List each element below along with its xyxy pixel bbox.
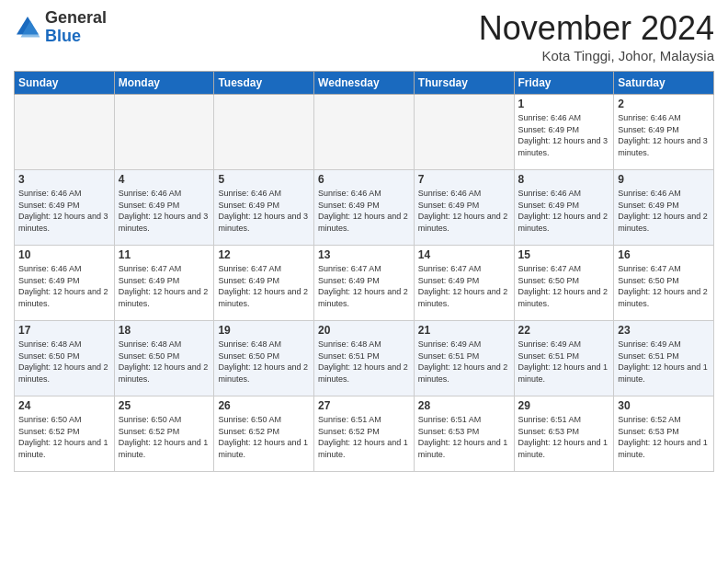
logo-blue: Blue bbox=[45, 27, 81, 45]
day-number: 20 bbox=[318, 324, 410, 337]
calendar-header-row: Sunday Monday Tuesday Wednesday Thursday… bbox=[15, 72, 714, 95]
day-number: 7 bbox=[418, 173, 510, 186]
day-number: 18 bbox=[119, 324, 210, 337]
day-number: 13 bbox=[318, 248, 410, 261]
day-number: 23 bbox=[618, 324, 710, 337]
day-info: Sunrise: 6:46 AMSunset: 6:49 PMDaylight:… bbox=[418, 188, 510, 234]
day-info: Sunrise: 6:51 AMSunset: 6:53 PMDaylight:… bbox=[518, 414, 610, 460]
day-info: Sunrise: 6:50 AMSunset: 6:52 PMDaylight:… bbox=[218, 414, 310, 460]
day-number: 16 bbox=[618, 248, 710, 261]
day-info: Sunrise: 6:46 AMSunset: 6:49 PMDaylight:… bbox=[18, 188, 110, 234]
calendar-cell: 2Sunrise: 6:46 AMSunset: 6:49 PMDaylight… bbox=[614, 95, 714, 170]
calendar-body: 1Sunrise: 6:46 AMSunset: 6:49 PMDaylight… bbox=[15, 95, 714, 472]
day-number: 22 bbox=[518, 324, 610, 337]
calendar-cell: 12Sunrise: 6:47 AMSunset: 6:49 PMDayligh… bbox=[214, 246, 314, 321]
month-title: November 2024 bbox=[479, 9, 714, 48]
day-number: 19 bbox=[218, 324, 310, 337]
day-info: Sunrise: 6:49 AMSunset: 6:51 PMDaylight:… bbox=[518, 339, 610, 385]
calendar-cell: 30Sunrise: 6:52 AMSunset: 6:53 PMDayligh… bbox=[614, 396, 714, 472]
calendar-cell bbox=[114, 95, 214, 170]
calendar-cell: 26Sunrise: 6:50 AMSunset: 6:52 PMDayligh… bbox=[214, 396, 314, 472]
calendar-cell: 13Sunrise: 6:47 AMSunset: 6:49 PMDayligh… bbox=[314, 246, 415, 321]
day-info: Sunrise: 6:46 AMSunset: 6:49 PMDaylight:… bbox=[518, 112, 610, 158]
calendar-cell: 27Sunrise: 6:51 AMSunset: 6:52 PMDayligh… bbox=[314, 396, 415, 472]
day-info: Sunrise: 6:47 AMSunset: 6:50 PMDaylight:… bbox=[518, 263, 610, 309]
calendar-cell: 8Sunrise: 6:46 AMSunset: 6:49 PMDaylight… bbox=[514, 170, 614, 246]
calendar-week-4: 24Sunrise: 6:50 AMSunset: 6:52 PMDayligh… bbox=[15, 396, 714, 472]
day-info: Sunrise: 6:46 AMSunset: 6:49 PMDaylight:… bbox=[618, 112, 710, 158]
day-number: 4 bbox=[119, 173, 210, 186]
page: General Blue November 2024 Kota Tinggi, … bbox=[0, 0, 728, 563]
day-info: Sunrise: 6:51 AMSunset: 6:53 PMDaylight:… bbox=[418, 414, 510, 460]
title-section: November 2024 Kota Tinggi, Johor, Malays… bbox=[479, 9, 714, 63]
calendar-cell: 7Sunrise: 6:46 AMSunset: 6:49 PMDaylight… bbox=[414, 170, 514, 246]
day-info: Sunrise: 6:48 AMSunset: 6:51 PMDaylight:… bbox=[318, 339, 410, 385]
col-monday: Monday bbox=[114, 72, 214, 95]
calendar-cell: 1Sunrise: 6:46 AMSunset: 6:49 PMDaylight… bbox=[514, 95, 614, 170]
header: General Blue November 2024 Kota Tinggi, … bbox=[14, 9, 714, 63]
day-info: Sunrise: 6:50 AMSunset: 6:52 PMDaylight:… bbox=[119, 414, 210, 460]
day-number: 25 bbox=[119, 399, 210, 412]
calendar: Sunday Monday Tuesday Wednesday Thursday… bbox=[14, 71, 714, 472]
calendar-cell bbox=[314, 95, 415, 170]
day-info: Sunrise: 6:49 AMSunset: 6:51 PMDaylight:… bbox=[618, 339, 710, 385]
day-info: Sunrise: 6:46 AMSunset: 6:49 PMDaylight:… bbox=[119, 188, 210, 234]
day-number: 15 bbox=[518, 248, 610, 261]
day-info: Sunrise: 6:48 AMSunset: 6:50 PMDaylight:… bbox=[18, 339, 110, 385]
day-info: Sunrise: 6:49 AMSunset: 6:51 PMDaylight:… bbox=[418, 339, 510, 385]
day-number: 30 bbox=[618, 399, 710, 412]
calendar-week-3: 17Sunrise: 6:48 AMSunset: 6:50 PMDayligh… bbox=[15, 321, 714, 396]
day-number: 12 bbox=[218, 248, 310, 261]
day-info: Sunrise: 6:46 AMSunset: 6:49 PMDaylight:… bbox=[518, 188, 610, 234]
calendar-cell: 16Sunrise: 6:47 AMSunset: 6:50 PMDayligh… bbox=[614, 246, 714, 321]
calendar-cell: 25Sunrise: 6:50 AMSunset: 6:52 PMDayligh… bbox=[114, 396, 214, 472]
day-number: 29 bbox=[518, 399, 610, 412]
logo-text: General Blue bbox=[45, 9, 107, 46]
day-number: 28 bbox=[418, 399, 510, 412]
day-info: Sunrise: 6:46 AMSunset: 6:49 PMDaylight:… bbox=[18, 263, 110, 309]
day-number: 3 bbox=[18, 173, 110, 186]
calendar-cell: 18Sunrise: 6:48 AMSunset: 6:50 PMDayligh… bbox=[114, 321, 214, 396]
calendar-cell: 28Sunrise: 6:51 AMSunset: 6:53 PMDayligh… bbox=[414, 396, 514, 472]
calendar-cell: 10Sunrise: 6:46 AMSunset: 6:49 PMDayligh… bbox=[15, 246, 115, 321]
calendar-cell: 9Sunrise: 6:46 AMSunset: 6:49 PMDaylight… bbox=[614, 170, 714, 246]
day-number: 11 bbox=[119, 248, 210, 261]
calendar-cell: 3Sunrise: 6:46 AMSunset: 6:49 PMDaylight… bbox=[15, 170, 115, 246]
day-number: 8 bbox=[518, 173, 610, 186]
day-info: Sunrise: 6:47 AMSunset: 6:49 PMDaylight:… bbox=[418, 263, 510, 309]
day-info: Sunrise: 6:46 AMSunset: 6:49 PMDaylight:… bbox=[318, 188, 410, 234]
day-number: 5 bbox=[218, 173, 310, 186]
location: Kota Tinggi, Johor, Malaysia bbox=[479, 48, 714, 63]
calendar-cell: 6Sunrise: 6:46 AMSunset: 6:49 PMDaylight… bbox=[314, 170, 415, 246]
calendar-week-2: 10Sunrise: 6:46 AMSunset: 6:49 PMDayligh… bbox=[15, 246, 714, 321]
calendar-cell: 5Sunrise: 6:46 AMSunset: 6:49 PMDaylight… bbox=[214, 170, 314, 246]
calendar-cell bbox=[414, 95, 514, 170]
day-number: 2 bbox=[618, 98, 710, 110]
day-number: 21 bbox=[418, 324, 510, 337]
calendar-cell: 29Sunrise: 6:51 AMSunset: 6:53 PMDayligh… bbox=[514, 396, 614, 472]
calendar-week-0: 1Sunrise: 6:46 AMSunset: 6:49 PMDaylight… bbox=[15, 95, 714, 170]
day-info: Sunrise: 6:47 AMSunset: 6:49 PMDaylight:… bbox=[119, 263, 210, 309]
day-number: 6 bbox=[318, 173, 410, 186]
logo-icon bbox=[14, 14, 41, 41]
day-number: 17 bbox=[18, 324, 110, 337]
day-info: Sunrise: 6:48 AMSunset: 6:50 PMDaylight:… bbox=[119, 339, 210, 385]
day-info: Sunrise: 6:50 AMSunset: 6:52 PMDaylight:… bbox=[18, 414, 110, 460]
calendar-cell: 19Sunrise: 6:48 AMSunset: 6:50 PMDayligh… bbox=[214, 321, 314, 396]
day-info: Sunrise: 6:47 AMSunset: 6:49 PMDaylight:… bbox=[218, 263, 310, 309]
col-sunday: Sunday bbox=[15, 72, 115, 95]
calendar-cell: 14Sunrise: 6:47 AMSunset: 6:49 PMDayligh… bbox=[414, 246, 514, 321]
day-number: 24 bbox=[18, 399, 110, 412]
day-info: Sunrise: 6:46 AMSunset: 6:49 PMDaylight:… bbox=[618, 188, 710, 234]
col-thursday: Thursday bbox=[414, 72, 514, 95]
day-number: 14 bbox=[418, 248, 510, 261]
day-number: 26 bbox=[218, 399, 310, 412]
col-tuesday: Tuesday bbox=[214, 72, 314, 95]
col-wednesday: Wednesday bbox=[314, 72, 415, 95]
col-friday: Friday bbox=[514, 72, 614, 95]
logo-general: General bbox=[45, 8, 107, 27]
day-info: Sunrise: 6:47 AMSunset: 6:50 PMDaylight:… bbox=[618, 263, 710, 309]
calendar-cell: 17Sunrise: 6:48 AMSunset: 6:50 PMDayligh… bbox=[15, 321, 115, 396]
calendar-cell: 23Sunrise: 6:49 AMSunset: 6:51 PMDayligh… bbox=[614, 321, 714, 396]
calendar-cell: 22Sunrise: 6:49 AMSunset: 6:51 PMDayligh… bbox=[514, 321, 614, 396]
